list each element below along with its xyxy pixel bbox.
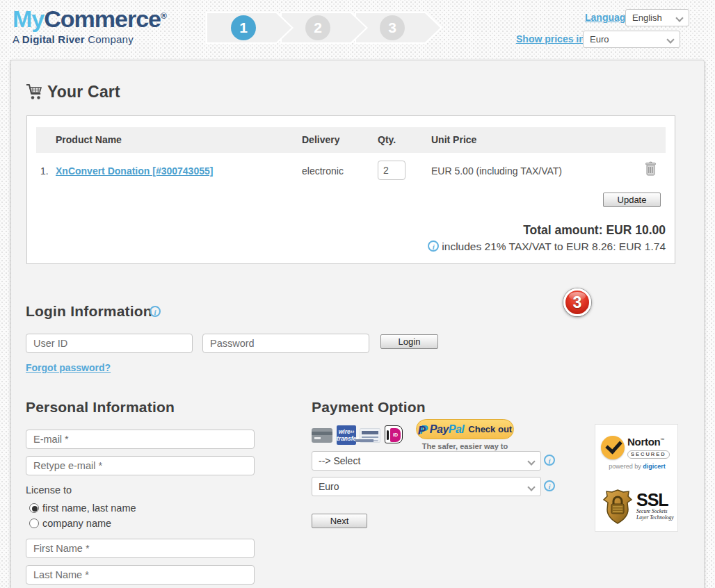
payment-method-select[interactable]: --> Select xyxy=(312,451,541,471)
col-delivery: Delivery xyxy=(302,134,339,145)
ssl-shield-icon xyxy=(602,489,633,525)
chevron-down-icon xyxy=(668,37,673,42)
chevron-down-icon xyxy=(529,484,534,490)
show-prices-link[interactable]: Show prices in: xyxy=(516,33,588,44)
total-amount: Total amount: EUR 10.00 xyxy=(523,223,666,238)
forgot-password-link[interactable]: Forgot password? xyxy=(26,362,111,373)
annotation-badge-3: 3 xyxy=(563,288,591,316)
info-icon[interactable]: i xyxy=(544,455,555,466)
col-qty: Qty. xyxy=(378,134,396,145)
mycommerce-logo: MyCommerce® A Digital River Company xyxy=(13,7,166,45)
norton-secured-badge: Norton™ SECURED powered by digicert xyxy=(601,436,673,470)
info-icon[interactable]: i xyxy=(150,306,161,317)
chevron-down-icon xyxy=(529,459,534,464)
logo-wordmark: MyCommerce® xyxy=(13,7,166,31)
info-icon[interactable]: i xyxy=(428,240,439,252)
bank-transfer-icon xyxy=(360,428,380,443)
retype-email-input[interactable] xyxy=(26,456,255,475)
step-1-number: 1 xyxy=(231,15,256,40)
radio-button-icon[interactable] xyxy=(29,518,39,528)
step-1: 1 xyxy=(206,12,294,44)
step-3-number: 3 xyxy=(380,15,405,40)
checkout-page: MyCommerce® A Digital River Company 1 2 … xyxy=(0,0,715,588)
password-input[interactable] xyxy=(202,334,369,353)
payment-section-title: Payment Option xyxy=(312,399,426,416)
language-select[interactable]: English xyxy=(625,9,689,26)
cart-icon xyxy=(25,83,44,101)
item-index: 1. xyxy=(40,165,49,177)
cart-title: Your Cart xyxy=(47,83,120,101)
last-name-input[interactable] xyxy=(26,565,255,585)
paypal-logo-icon: PP xyxy=(418,423,428,436)
item-delivery: electronic xyxy=(302,165,344,177)
credit-card-icon xyxy=(312,428,332,443)
delete-item-icon[interactable] xyxy=(645,161,657,177)
ideal-icon: iD xyxy=(385,425,403,443)
info-icon[interactable]: i xyxy=(544,480,555,491)
license-to-label: License to xyxy=(26,484,72,496)
first-name-input[interactable] xyxy=(26,539,255,558)
item-unit-price: EUR 5.00 (including TAX/VAT) xyxy=(431,165,562,177)
radio-company-name[interactable]: company name xyxy=(29,518,111,529)
tax-note: iincludes 21% TAX/VAT to EUR 8.26: EUR 1… xyxy=(428,240,666,253)
personal-section-title: Personal Information xyxy=(26,399,175,416)
email-input[interactable] xyxy=(26,430,255,449)
wire-transfer-icon: wire››transfer xyxy=(337,425,356,445)
payment-currency-select[interactable]: Euro xyxy=(312,477,541,496)
norton-checkmark-icon xyxy=(601,436,625,459)
col-unit-price: Unit Price xyxy=(431,134,476,145)
product-link[interactable]: XnConvert Donation [#300743055] xyxy=(56,165,213,177)
ssl-badge: SSL Secure SocketsLayer Technology xyxy=(602,489,674,525)
step-2-number: 2 xyxy=(305,15,330,40)
chevron-down-icon xyxy=(677,15,682,21)
norton-powered-by: powered by digicert xyxy=(601,463,673,470)
next-button[interactable]: Next xyxy=(312,514,367,528)
update-button[interactable]: Update xyxy=(603,193,661,207)
login-button[interactable]: Login xyxy=(380,334,438,349)
radio-button-icon[interactable] xyxy=(29,503,39,513)
trust-badges-box: Norton™ SECURED powered by digicert SSL xyxy=(595,424,678,532)
user-id-input[interactable] xyxy=(26,334,193,353)
display-currency-select[interactable]: Euro xyxy=(583,31,680,48)
logo-tagline: A Digital River Company xyxy=(13,33,166,45)
cart-table-header xyxy=(36,127,666,153)
paypal-checkout-button[interactable]: PP PayPal Check out xyxy=(416,419,514,439)
col-product-name: Product Name xyxy=(56,134,122,145)
radio-first-last-name[interactable]: first name, last name xyxy=(29,503,136,514)
login-section-title: Login Information xyxy=(26,303,152,320)
quantity-input[interactable] xyxy=(378,161,405,180)
